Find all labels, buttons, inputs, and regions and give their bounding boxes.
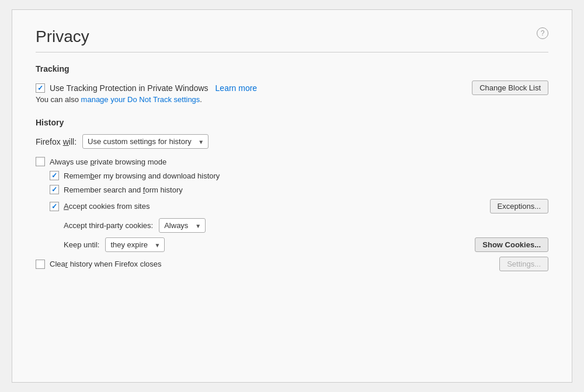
clear-history-left: Clear history when Firefox closes: [36, 260, 488, 269]
learn-more-link[interactable]: Learn more: [215, 83, 258, 93]
tracking-main-left: Use Tracking Protection in Private Windo…: [36, 83, 460, 93]
remember-search-row: Remember search and form history: [50, 185, 548, 194]
tracking-section-title: Tracking: [36, 64, 548, 74]
change-block-list-button[interactable]: Change Block List: [472, 80, 548, 95]
settings-btn-container: Settings...: [499, 257, 548, 271]
exceptions-button[interactable]: Exceptions...: [490, 199, 548, 214]
page-title: Privacy: [36, 27, 548, 46]
tracking-label: Use Tracking Protection in Private Windo…: [50, 83, 208, 93]
remember-browsing-checkbox[interactable]: [50, 171, 59, 180]
history-section-title: History: [36, 118, 548, 127]
always-private-checkbox[interactable]: [36, 157, 45, 166]
keep-until-select-wrapper: they expire ▼: [105, 237, 165, 252]
firefox-will-row: Firefox will: Use custom settings for hi…: [36, 134, 548, 149]
keep-until-label: Keep until:: [64, 240, 99, 249]
firefox-will-label: Firefox will:: [36, 137, 77, 146]
show-cookies-container: Show Cookies...: [475, 237, 548, 252]
always-private-label: Always use private browsing mode: [50, 158, 166, 166]
always-private-row: Always use private browsing mode: [36, 157, 548, 166]
show-cookies-button[interactable]: Show Cookies...: [475, 237, 548, 252]
do-not-track-link[interactable]: manage your Do Not Track settings: [81, 95, 200, 104]
remember-browsing-row: Remember my browsing and download histor…: [50, 171, 548, 180]
tracking-main-row: Use Tracking Protection in Private Windo…: [36, 80, 548, 95]
firefox-will-select-wrapper: Use custom settings for history ▼: [82, 134, 208, 149]
tracking-checkbox[interactable]: [36, 83, 45, 93]
clear-history-label: Clear history when Firefox closes: [50, 260, 162, 268]
help-icon[interactable]: ?: [537, 27, 548, 39]
keep-until-row: Keep until: they expire ▼ Show Cookies..…: [36, 237, 548, 252]
third-party-cookies-select[interactable]: Always: [159, 218, 206, 233]
keep-until-left: Keep until: they expire ▼: [64, 237, 463, 252]
tracking-section: Tracking Use Tracking Protection in Priv…: [36, 64, 548, 104]
clear-history-row: Clear history when Firefox closes Settin…: [36, 257, 548, 271]
firefox-will-select[interactable]: Use custom settings for history: [82, 134, 208, 149]
accept-cookies-row: Accept cookies from sites Exceptions...: [36, 199, 548, 214]
title-divider: [36, 52, 548, 52]
third-party-cookies-row: Accept third-party cookies: Always ▼: [64, 218, 548, 233]
third-party-cookies-label: Accept third-party cookies:: [64, 221, 153, 230]
remember-search-checkbox[interactable]: [50, 185, 59, 194]
change-block-list-container: Change Block List: [472, 80, 548, 95]
keep-until-select[interactable]: they expire: [105, 237, 165, 252]
clear-history-checkbox[interactable]: [36, 260, 45, 269]
remember-browsing-label: Remember my browsing and download histor…: [64, 172, 220, 180]
remember-search-label: Remember search and form history: [64, 186, 183, 194]
do-not-track-suffix: .: [200, 95, 202, 104]
accept-cookies-checkbox[interactable]: [50, 202, 59, 211]
accept-cookies-label: Accept cookies from sites: [64, 202, 150, 211]
settings-button[interactable]: Settings...: [499, 257, 548, 271]
exceptions-btn-container: Exceptions...: [490, 199, 548, 214]
accept-cookies-left: Accept cookies from sites: [50, 202, 478, 211]
third-party-select-wrapper: Always ▼: [159, 218, 206, 233]
tracking-checkbox-wrapper: [36, 83, 45, 93]
privacy-page: Privacy ? Tracking Use Tracking Protecti…: [12, 9, 572, 383]
history-section: History Firefox will: Use custom setting…: [36, 118, 548, 271]
do-not-track-row: You can also manage your Do Not Track se…: [36, 95, 548, 104]
do-not-track-prefix: You can also: [36, 95, 81, 104]
